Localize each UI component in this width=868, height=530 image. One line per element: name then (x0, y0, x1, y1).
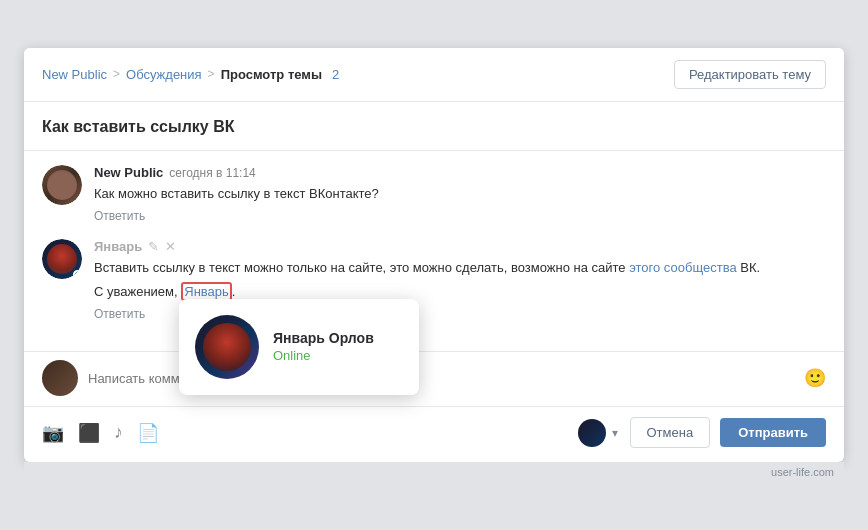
post1-text: Как можно вставить ссылку в текст ВКонта… (94, 184, 826, 204)
breadcrumb-link-discussions[interactable]: Обсуждения (126, 67, 202, 82)
bear-face-icon (47, 170, 77, 200)
send-avatar-wrap: ▾ (578, 419, 620, 447)
hover-card-info: Январь Орлов Online (273, 330, 374, 363)
post1-header: New Public сегодня в 11:14 (94, 165, 826, 180)
attach-doc-icon[interactable]: 📄 (137, 422, 159, 444)
breadcrumb: New Public > Обсуждения > Просмотр темы … (42, 67, 339, 82)
topic-title-bar: Как вставить ссылку ВК (24, 102, 844, 151)
post-2: Январь ✎ ✕ Вставить ссылку в текст можно… (42, 239, 826, 321)
toolbar-right: ▾ Отмена Отправить (578, 417, 827, 448)
toolbar: 📷 ⬛ ♪ 📄 ▾ Отмена Отправить (24, 406, 844, 462)
post1-reply-link[interactable]: Ответить (94, 209, 145, 223)
post2-text-continuation: сделать, возможно на сайте этого сообщес… (456, 260, 761, 275)
post1-body: New Public сегодня в 11:14 Как можно вст… (94, 165, 826, 224)
breadcrumb-sep1: > (113, 67, 120, 81)
comment-area: 🙂 (24, 351, 844, 406)
emoji-button[interactable]: 🙂 (804, 367, 826, 389)
warrior-face-icon (47, 244, 77, 274)
breadcrumb-current: Просмотр темы (221, 67, 322, 82)
post2-header: Январь ✎ ✕ (94, 239, 826, 254)
january-name-link[interactable]: Январь (184, 284, 229, 299)
attach-video-icon[interactable]: ⬛ (78, 422, 100, 444)
hover-card-avatar (195, 315, 259, 379)
attach-photo-icon[interactable]: 📷 (42, 422, 64, 444)
post2-avatar (42, 239, 82, 279)
hover-card: Январь Орлов Online (179, 299, 419, 395)
cancel-button[interactable]: Отмена (630, 417, 711, 448)
edit-post-icon[interactable]: ✎ (148, 239, 159, 254)
post1-avatar (42, 165, 82, 205)
community-link[interactable]: этого сообщества (629, 260, 736, 275)
toolbar-left: 📷 ⬛ ♪ 📄 (42, 422, 159, 444)
attach-music-icon[interactable]: ♪ (114, 422, 123, 443)
breadcrumb-bar: New Public > Обсуждения > Просмотр темы … (24, 48, 844, 102)
send-avatar-chevron-icon[interactable]: ▾ (610, 426, 620, 440)
post2-avatar-warrior-icon (42, 239, 82, 279)
breadcrumb-link-newpublic[interactable]: New Public (42, 67, 107, 82)
post-1: New Public сегодня в 11:14 Как можно вст… (42, 165, 826, 224)
send-button[interactable]: Отправить (720, 418, 826, 447)
online-dot-icon (73, 270, 82, 279)
post1-author[interactable]: New Public (94, 165, 163, 180)
posts-area: New Public сегодня в 11:14 Как можно вст… (24, 151, 844, 352)
hover-card-name[interactable]: Январь Орлов (273, 330, 374, 346)
hover-card-status: Online (273, 348, 374, 363)
hover-card-warrior-face-icon (203, 323, 251, 371)
topic-title: Как вставить ссылку ВК (42, 118, 826, 136)
post2-reply-link[interactable]: Ответить (94, 307, 145, 321)
post2-text: Вставить ссылку в текст можно только на … (94, 258, 826, 278)
send-avatar-icon (578, 419, 606, 447)
highlighted-name-box: Январь (181, 282, 232, 301)
breadcrumb-count: 2 (332, 67, 339, 82)
breadcrumb-sep2: > (208, 67, 215, 81)
delete-post-icon[interactable]: ✕ (165, 239, 176, 254)
post2-author: Январь (94, 239, 142, 254)
post1-time: сегодня в 11:14 (169, 166, 255, 180)
edit-topic-button[interactable]: Редактировать тему (674, 60, 826, 89)
post1-avatar-bear-icon (42, 165, 82, 205)
watermark: user-life.com (24, 462, 844, 482)
post2-actions: ✎ ✕ (148, 239, 176, 254)
comment-avatar-icon (42, 360, 78, 396)
